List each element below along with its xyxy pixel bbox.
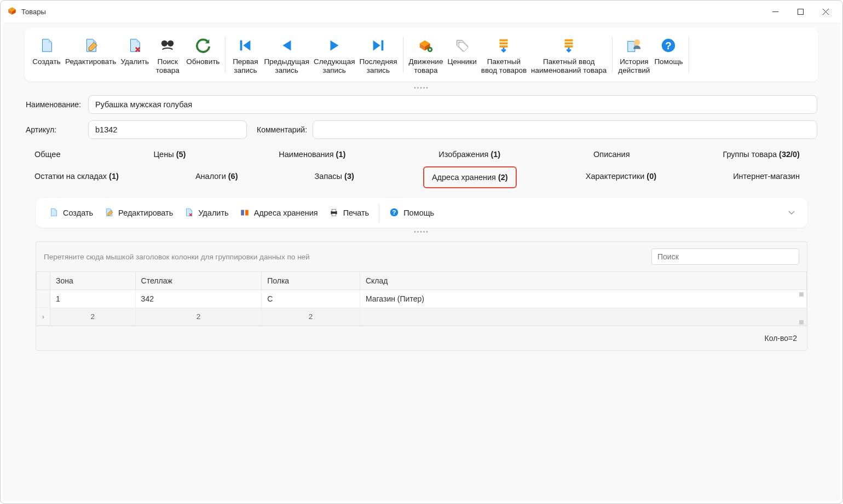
scroll-up-icon[interactable]: [799, 292, 804, 297]
col-shelf[interactable]: Полка: [262, 272, 360, 290]
sub-delete-button[interactable]: Удалить: [178, 204, 234, 222]
scroll-down-icon[interactable]: [799, 320, 804, 325]
form-row-name: Наименование:: [14, 92, 829, 117]
tab-descriptions[interactable]: Описания: [586, 144, 638, 164]
toolbar-label: Удалить: [120, 57, 149, 66]
grid-table: Зона Стеллаж Полка Склад 1 342: [36, 271, 807, 326]
window-title: Товары: [21, 8, 46, 16]
close-button[interactable]: [813, 3, 838, 20]
grid-group-hint-text[interactable]: Перетяните сюда мышкой заголовок колонки…: [44, 253, 310, 261]
toolbar-label: Помощь: [654, 57, 683, 66]
toolbar-separator: [612, 37, 613, 73]
movement-button[interactable]: Движение товара: [407, 34, 446, 75]
toolbar-label: Последняя запись: [359, 57, 397, 75]
sub-toolbar-label: Печать: [343, 208, 369, 217]
last-button[interactable]: Последняя запись: [357, 34, 399, 75]
sub-splitter[interactable]: •••••: [36, 228, 807, 236]
tab-stock[interactable]: Остатки на складах (1): [27, 166, 126, 188]
svg-rect-13: [565, 45, 573, 48]
history-icon: [626, 37, 642, 54]
app-window: Товары Создать Редактировать Удалить Пои…: [0, 0, 843, 504]
batch-names-button[interactable]: Пакетный ввод наименований товара: [529, 34, 609, 75]
cell-shelf: C: [262, 290, 360, 308]
delete-icon: [126, 37, 143, 54]
prev-button[interactable]: Предыдущая запись: [262, 34, 311, 75]
sub-toolbar-separator: [379, 204, 379, 222]
create-button[interactable]: Создать: [30, 34, 63, 75]
grid-search-input[interactable]: [651, 248, 799, 265]
create-icon: [49, 207, 59, 219]
input-article[interactable]: [88, 120, 247, 139]
sub-toolbar-label: Адреса хранения: [254, 208, 318, 217]
search-button[interactable]: Поиск товара: [151, 34, 184, 75]
sub-toolbar-label: Удалить: [198, 208, 228, 217]
tab-names[interactable]: Наименования (1): [271, 144, 353, 164]
tab-reserves[interactable]: Запасы (3): [307, 166, 362, 188]
movement-icon: [418, 37, 434, 54]
toolbar-label: Ценники: [447, 57, 476, 66]
col-zone[interactable]: Зона: [50, 272, 136, 290]
sub-print-button[interactable]: Печать: [324, 204, 375, 222]
help-button[interactable]: ? Помощь: [652, 34, 685, 75]
sub-edit-button[interactable]: Редактировать: [99, 204, 178, 222]
sub-toolbar-expand-button[interactable]: [783, 204, 800, 222]
sub-help-button[interactable]: ? Помощь: [384, 204, 440, 222]
grid-footer: Кол-во=2: [36, 326, 807, 350]
svg-rect-21: [332, 209, 336, 212]
svg-rect-5: [382, 40, 384, 51]
tab-prices[interactable]: Цены (5): [146, 144, 193, 164]
svg-rect-14: [628, 42, 635, 52]
toolbar-label: Предыдущая запись: [264, 57, 309, 75]
history-button[interactable]: История действий: [616, 34, 652, 75]
edit-button[interactable]: Редактировать: [63, 34, 118, 75]
svg-point-15: [634, 39, 640, 45]
pricetags-icon: [454, 37, 470, 54]
main-toolbar: Создать Редактировать Удалить Поиск това…: [25, 28, 818, 82]
batch-goods-icon: [495, 37, 512, 54]
refresh-button[interactable]: Обновить: [184, 34, 222, 75]
batch-goods-button[interactable]: Пакетный ввод товаров: [479, 34, 529, 75]
batch-names-icon: [561, 37, 577, 54]
table-row[interactable]: 1 342 C Магазин (Питер): [37, 290, 807, 308]
last-icon: [370, 37, 386, 54]
expand-row-icon[interactable]: ›: [37, 308, 50, 326]
grid-panel: Перетяните сюда мышкой заголовок колонки…: [36, 241, 807, 351]
sub-storage-button[interactable]: Адреса хранения: [234, 204, 324, 222]
tab-strip: ОбщееЦены (5)Наименования (1)Изображения…: [14, 142, 829, 188]
edit-icon: [104, 207, 114, 219]
edit-icon: [83, 37, 99, 54]
minimize-button[interactable]: [763, 3, 788, 20]
input-name[interactable]: [88, 95, 817, 114]
input-comment[interactable]: [313, 120, 817, 139]
tab-analogs[interactable]: Аналоги (6): [188, 166, 246, 188]
sub-toolbar-label: Создать: [63, 208, 93, 217]
toolbar-label: История действий: [618, 57, 650, 75]
svg-rect-18: [241, 210, 244, 215]
delete-button[interactable]: Удалить: [118, 34, 151, 75]
toolbar-separator: [689, 37, 689, 73]
search-icon: [159, 37, 176, 54]
next-button[interactable]: Следующая запись: [311, 34, 357, 75]
tab-eshop[interactable]: Интернет-магазин: [725, 166, 807, 188]
first-icon: [237, 37, 253, 54]
label-article: Артикул:: [26, 125, 83, 134]
form-row-article: Артикул: Комментарий:: [14, 117, 829, 142]
summary-row: › 2 2 2: [37, 308, 807, 326]
svg-rect-10: [500, 45, 508, 48]
splitter[interactable]: •••••: [14, 84, 829, 92]
tab-groups[interactable]: Группы товара (32/0): [715, 144, 807, 164]
tab-storage[interactable]: Адреса хранения (2): [423, 166, 517, 188]
sub-create-button[interactable]: Создать: [43, 204, 99, 222]
tab-attrs[interactable]: Характеристики (0): [578, 166, 664, 188]
toolbar-separator: [225, 37, 226, 73]
cell-rack: 342: [135, 290, 262, 308]
maximize-button[interactable]: [788, 3, 813, 20]
tab-general[interactable]: Общее: [27, 144, 68, 164]
pricetags-button[interactable]: Ценники: [445, 34, 478, 75]
col-warehouse[interactable]: Склад: [360, 272, 806, 290]
col-rack[interactable]: Стеллаж: [135, 272, 262, 290]
toolbar-label: Движение товара: [409, 57, 443, 75]
toolbar-label: Первая запись: [233, 57, 258, 75]
tab-images[interactable]: Изображения (1): [431, 144, 508, 164]
first-button[interactable]: Первая запись: [229, 34, 262, 75]
